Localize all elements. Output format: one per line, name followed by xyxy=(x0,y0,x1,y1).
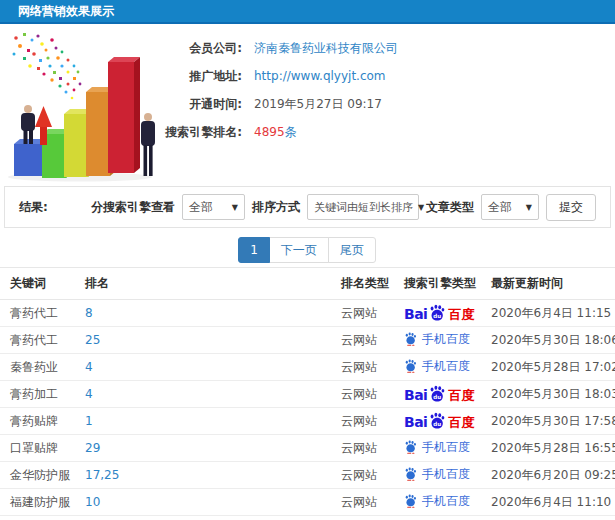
rank-link[interactable]: 25 xyxy=(85,333,100,347)
info-row-member-company: 会员公司:济南秦鲁药业科技有限公司 xyxy=(150,38,615,58)
keyword-cell: 金华防护服 xyxy=(0,462,85,489)
engine-cell: Baidu百度 xyxy=(404,300,491,327)
member-company-link[interactable]: 济南秦鲁药业科技有限公司 xyxy=(254,38,398,58)
table-row: 秦鲁药业4云网站手机百度2020年5月28日 17:02 xyxy=(0,354,615,381)
mobile-baidu-paw-icon xyxy=(404,332,417,346)
article-type-select[interactable]: 全部 ▼ xyxy=(481,194,539,220)
rank-cell: 1 xyxy=(85,408,341,435)
updated-cell xyxy=(491,516,615,520)
engine-cell: 手机百度 xyxy=(404,435,491,462)
rank-cell: 17,25 xyxy=(85,462,341,489)
rank-type-cell: 云网站 xyxy=(341,489,404,516)
sort-filter-select[interactable]: 关键词由短到长排序 ▼ xyxy=(307,194,419,220)
table-row: 膏药加工4云网站Baidu百度2020年5月30日 18:03 xyxy=(0,381,615,408)
mobile-baidu-paw-icon xyxy=(404,494,417,508)
open-time-label: 开通时间: xyxy=(150,94,242,114)
businessman-left xyxy=(21,105,35,144)
rank-cell: 10 xyxy=(85,489,341,516)
mobile-baidu-paw-icon xyxy=(404,467,417,481)
updated-cell: 2020年6月4日 11:15 xyxy=(491,300,615,327)
rank-link[interactable]: 8 xyxy=(85,306,93,320)
col-header-engine-type: 搜索引擎类型 xyxy=(404,268,491,300)
mobile-baidu-text: 手机百度 xyxy=(422,466,470,483)
rank-cell: 4 xyxy=(85,354,341,381)
engine-cell: 手机百度 xyxy=(404,354,491,381)
rank-type-cell: 云网站 xyxy=(341,327,404,354)
growth-chart-illustration xyxy=(2,28,162,182)
keyword-cell xyxy=(0,516,85,520)
baidu-logo: Baidu百度 xyxy=(404,412,474,429)
rank-link[interactable]: 17,25 xyxy=(85,468,119,482)
filter-panel: 结果: 分搜索引擎查看 全部 ▼ 排序方式 关键词由短到长排序 ▼ 文章类型 全… xyxy=(4,186,611,228)
engine-rank-count-suffix: 条 xyxy=(285,125,297,139)
table-row: 口罩贴牌29云网站手机百度2020年5月28日 16:55 xyxy=(0,435,615,462)
baidu-paw-icon: du xyxy=(428,385,446,402)
sort-filter-label: 排序方式 xyxy=(252,199,300,216)
next-page-button[interactable]: 下一页 xyxy=(269,237,329,263)
rank-link[interactable]: 29 xyxy=(85,441,100,455)
mobile-baidu-logo: 手机百度 xyxy=(404,493,470,510)
baidu-logo-bai-text: Bai xyxy=(404,415,427,429)
submit-button[interactable]: 提交 xyxy=(546,194,596,221)
updated-cell: 2020年5月28日 16:55 xyxy=(491,435,615,462)
engine-rank-count-number: 4895 xyxy=(254,125,285,139)
mobile-baidu-text: 手机百度 xyxy=(422,331,470,348)
engine-filter-select[interactable]: 全部 ▼ xyxy=(182,194,245,220)
chevron-down-icon: ▼ xyxy=(418,203,424,212)
rank-link[interactable]: 4 xyxy=(85,387,93,401)
pagination: 1 下一页 尾页 xyxy=(0,237,615,263)
mobile-baidu-text: 手机百度 xyxy=(422,358,470,375)
engine-filter-label: 分搜索引擎查看 xyxy=(91,199,175,216)
promo-url-link[interactable]: http://www.qlyyjt.com xyxy=(254,66,386,86)
mobile-baidu-paw-icon xyxy=(404,440,417,454)
engine-cell: Baidu百度 xyxy=(404,516,491,520)
rank-cell: 29 xyxy=(85,435,341,462)
page-button-1[interactable]: 1 xyxy=(238,237,270,263)
engine-cell: Baidu百度 xyxy=(404,408,491,435)
updated-cell: 2020年5月30日 17:58 xyxy=(491,408,615,435)
top-section: 会员公司:济南秦鲁药业科技有限公司推广地址:http://www.qlyyjt.… xyxy=(0,24,615,182)
mobile-baidu-logo: 手机百度 xyxy=(404,358,470,375)
keyword-cell: 膏药代工 xyxy=(0,327,85,354)
table-row: 福建防护服10云网站手机百度2020年6月4日 11:10 xyxy=(0,489,615,516)
filter-controls: 分搜索引擎查看 全部 ▼ 排序方式 关键词由短到长排序 ▼ 文章类型 全部 ▼ … xyxy=(91,194,596,221)
updated-cell: 2020年5月30日 18:06 xyxy=(491,327,615,354)
engine-rank-count-value: 4895条 xyxy=(254,122,297,142)
rank-type-cell: 云网站 xyxy=(341,300,404,327)
rank-type-cell: 云网站 xyxy=(341,381,404,408)
table-row: 膏药代工25云网站手机百度2020年5月30日 18:06 xyxy=(0,327,615,354)
col-header-rank-type: 排名类型 xyxy=(341,268,404,300)
engine-cell: 手机百度 xyxy=(404,327,491,354)
last-page-button[interactable]: 尾页 xyxy=(328,237,376,263)
rank-type-cell: 云网站 xyxy=(341,408,404,435)
baidu-logo: Baidu百度 xyxy=(404,304,474,321)
baidu-paw-icon: du xyxy=(428,412,446,429)
engine-rank-count-label: 搜索引擎排名: xyxy=(150,122,242,142)
updated-cell: 2020年5月30日 18:03 xyxy=(491,381,615,408)
open-time-value: 2019年5月27日 09:17 xyxy=(254,94,382,114)
rank-link[interactable]: 1 xyxy=(85,414,93,428)
baidu-logo-cn-text: 百度 xyxy=(448,308,474,321)
info-row-promo-url: 推广地址:http://www.qlyyjt.com xyxy=(150,66,615,86)
col-header-updated: 最新更新时间 xyxy=(491,268,615,300)
baidu-logo-cn-text: 百度 xyxy=(448,389,474,402)
chevron-down-icon: ▼ xyxy=(232,203,238,212)
confetti-dots xyxy=(13,33,82,99)
rank-type-cell: 云网站 xyxy=(341,462,404,489)
info-row-engine-rank-count: 搜索引擎排名:4895条 xyxy=(150,122,615,142)
article-type-label: 文章类型 xyxy=(426,199,474,216)
rank-type-cell: 云网站 xyxy=(341,354,404,381)
sort-filter-value: 关键词由短到长排序 xyxy=(314,200,413,215)
rank-link[interactable]: 10 xyxy=(85,495,100,509)
svg-text:du: du xyxy=(434,394,442,400)
article-type-value: 全部 xyxy=(488,199,512,216)
mobile-baidu-paw-icon xyxy=(404,359,417,373)
svg-text:du: du xyxy=(434,313,442,319)
mobile-baidu-logo: 手机百度 xyxy=(404,466,470,483)
table-row: 膏药贴牌1云网站Baidu百度2020年5月30日 17:58 xyxy=(0,408,615,435)
engine-filter-value: 全部 xyxy=(189,199,213,216)
rank-link[interactable]: 4 xyxy=(85,360,93,374)
keyword-cell: 膏药加工 xyxy=(0,381,85,408)
page-title: 网络营销效果展示 xyxy=(18,4,114,18)
mobile-baidu-text: 手机百度 xyxy=(422,439,470,456)
